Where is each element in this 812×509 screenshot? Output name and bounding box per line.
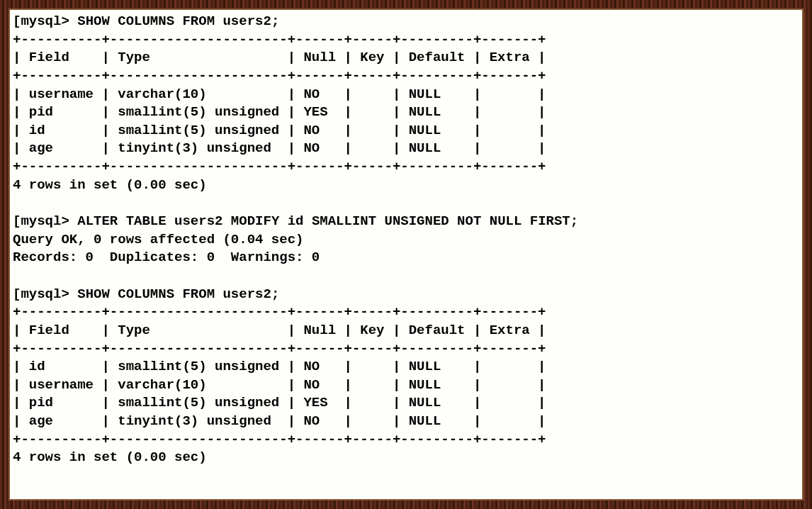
- table-row: | id | smallint(5) unsigned | NO | | NUL…: [10, 358, 802, 376]
- result-message: 4 rows in set (0.00 sec): [10, 177, 802, 195]
- command-text: ALTER TABLE users2 MODIFY id SMALLINT UN…: [77, 213, 578, 229]
- table-row: | username | varchar(10) | NO | | NULL |…: [10, 86, 802, 104]
- command-line-2: [mysql> ALTER TABLE users2 MODIFY id SMA…: [10, 213, 802, 231]
- result-message-partial: 4 rows in set (0.00 sec): [10, 449, 802, 467]
- table-border: +----------+----------------------+-----…: [10, 158, 802, 177]
- table-border: +----------+----------------------+-----…: [10, 303, 802, 322]
- table-border: +----------+----------------------+-----…: [10, 67, 802, 86]
- table-border: +----------+----------------------+-----…: [10, 31, 802, 50]
- command-text: SHOW COLUMNS FROM users2;: [77, 13, 279, 29]
- table-border: +----------+----------------------+-----…: [10, 340, 802, 359]
- table-header-row: | Field | Type | Null | Key | Default | …: [10, 49, 802, 67]
- bracket-icon: [: [13, 213, 21, 229]
- table-row: | age | tinyint(3) unsigned | NO | | NUL…: [10, 140, 802, 158]
- table-border: +----------+----------------------+-----…: [10, 431, 802, 449]
- blank-line: [10, 194, 802, 213]
- query-ok-message: Query OK, 0 rows affected (0.04 sec): [10, 231, 802, 250]
- command-line-1: [mysql> SHOW COLUMNS FROM users2;: [10, 13, 802, 31]
- bracket-icon: [: [13, 286, 21, 302]
- prompt-text: mysql>: [21, 286, 69, 302]
- table-row: | username | varchar(10) | NO | | NULL |…: [10, 376, 802, 395]
- prompt-text: mysql>: [21, 13, 69, 29]
- table-header-row: | Field | Type | Null | Key | Default | …: [10, 322, 802, 340]
- table-row: | age | tinyint(3) unsigned | NO | | NUL…: [10, 413, 802, 431]
- bracket-icon: [: [13, 13, 21, 29]
- table-row: | pid | smallint(5) unsigned | YES | | N…: [10, 394, 802, 413]
- table-row: | id | smallint(5) unsigned | NO | | NUL…: [10, 122, 802, 140]
- prompt-text: mysql>: [21, 213, 69, 229]
- blank-line: [10, 267, 802, 286]
- command-line-3: [mysql> SHOW COLUMNS FROM users2;: [10, 286, 802, 304]
- terminal-window[interactable]: [mysql> SHOW COLUMNS FROM users2; +-----…: [9, 9, 803, 500]
- records-message: Records: 0 Duplicates: 0 Warnings: 0: [10, 249, 802, 267]
- command-text: SHOW COLUMNS FROM users2;: [77, 286, 279, 302]
- table-row: | pid | smallint(5) unsigned | YES | | N…: [10, 104, 802, 122]
